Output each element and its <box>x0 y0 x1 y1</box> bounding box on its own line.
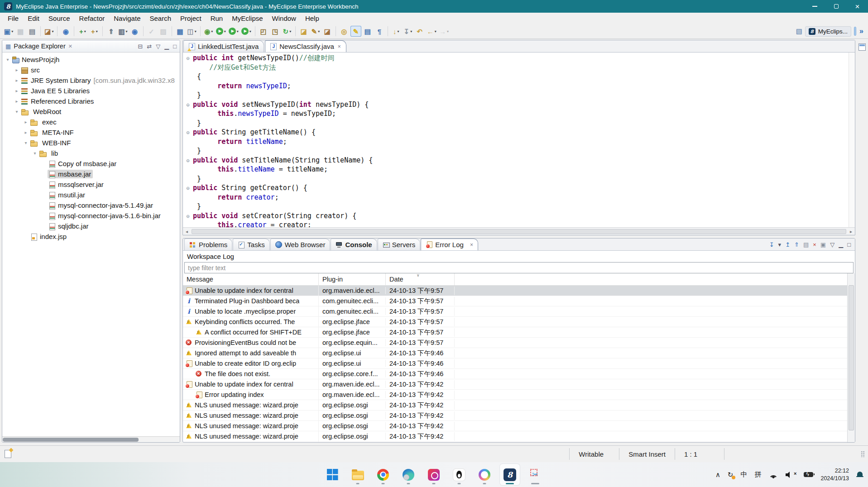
perspective-bar-handle[interactable] <box>854 27 856 36</box>
maximize-icon[interactable]: □ <box>173 43 177 50</box>
fold-marker-icon[interactable]: ⊖ <box>183 184 193 193</box>
mark-occurrences-button[interactable]: ✎ <box>350 26 361 37</box>
tree-expander-icon[interactable]: ▸ <box>13 78 20 83</box>
log-filter-input[interactable] <box>185 264 853 272</box>
panel-tab-tasks[interactable]: Tasks <box>233 239 269 250</box>
new-java-class-button[interactable]: +▾ <box>77 26 88 37</box>
tree-item[interactable]: ▸Java EE 5 Libraries <box>2 86 180 96</box>
minimize-button[interactable] <box>804 0 825 13</box>
error-log-row[interactable]: NLS unused message: wizard.projeorg.ecli… <box>183 411 847 421</box>
menu-project[interactable]: Project <box>176 13 206 24</box>
taskbar-snipping-tool-button[interactable]: ✂ <box>525 464 545 485</box>
format-brush-button[interactable]: ✎▾ <box>310 26 321 37</box>
tray-clock[interactable]: 22:12 2024/10/13 <box>820 467 849 482</box>
search-button[interactable]: ◎ <box>339 26 350 37</box>
open-perspective-icon[interactable]: ▧ <box>796 27 802 35</box>
tree-item[interactable]: ▸exec <box>2 117 180 127</box>
tree-item[interactable]: ▸JRE System Library[com.sun.java.jdk.win… <box>2 75 180 86</box>
tree-item[interactable]: mysql-connector-java-5.1.49.jar <box>2 200 180 210</box>
minimize-icon[interactable]: ▁ <box>164 43 169 50</box>
taskbar-qq-button[interactable] <box>449 464 469 485</box>
battery-icon[interactable]: ϟ <box>804 472 813 477</box>
view-menu-icon[interactable]: ▽ <box>830 241 834 248</box>
tree-item[interactable]: ▸META-INF <box>2 127 180 138</box>
volume-muted-icon[interactable]: × <box>786 471 796 478</box>
import-log-icon[interactable]: ⇑ <box>794 241 799 248</box>
menu-source[interactable]: Source <box>44 13 75 24</box>
code-lines[interactable]: ⊖public int getNewsTypeID()//创建时间 //对应Ge… <box>183 53 849 227</box>
error-log-row[interactable]: ProvisioningEventBus could not beorg.ecl… <box>183 338 847 348</box>
tab-close-icon[interactable]: × <box>338 43 341 50</box>
ime-language-button[interactable]: 中 <box>740 470 747 479</box>
minimize-icon[interactable]: ▁ <box>839 241 843 248</box>
tree-item[interactable]: ▾WebRoot <box>2 106 180 117</box>
fold-marker-icon[interactable]: ⊖ <box>183 156 193 166</box>
menu-edit[interactable]: Edit <box>23 13 44 24</box>
package-explorer-title[interactable]: Package Explorer <box>14 43 65 50</box>
tree-expander-icon[interactable]: ▾ <box>31 151 38 156</box>
panel-tab-console[interactable]: Console <box>331 239 377 250</box>
tree-item[interactable]: Copy of msbase.jar <box>2 158 180 169</box>
view-menu-icon[interactable]: ▽ <box>156 43 160 50</box>
menu-help[interactable]: Help <box>301 13 324 24</box>
restore-view-icon[interactable] <box>858 43 866 51</box>
external-tools-button[interactable]: ▶▾ <box>240 26 252 37</box>
menu-navigate[interactable]: Navigate <box>109 13 145 24</box>
new-java-package-button[interactable]: +▾ <box>89 26 100 37</box>
run-history-button[interactable]: ▶▾ <box>228 26 240 37</box>
tree-expander-icon[interactable]: ▾ <box>13 109 20 114</box>
tree-item[interactable]: msbase.jar <box>2 169 180 179</box>
error-log-row[interactable]: Keybinding conflicts occurred. Theorg.ec… <box>183 317 847 327</box>
prev-annotation-button[interactable]: ↧▾ <box>403 26 413 37</box>
tree-item[interactable]: sqljdbc.jar <box>2 221 180 231</box>
link-with-editor-icon[interactable]: ⇄ <box>147 43 152 50</box>
new-web-project-button[interactable]: ◪▾ <box>43 26 54 37</box>
table-vscroll-thumb[interactable] <box>849 285 854 430</box>
panel-tab-servers[interactable]: Servers <box>378 239 421 250</box>
menu-file[interactable]: File <box>3 13 23 24</box>
tray-chevron-icon[interactable]: ∧ <box>715 471 720 479</box>
tree-item[interactable]: ▸src <box>2 65 180 75</box>
error-log-row[interactable]: NLS unused message: wizard.projeorg.ecli… <box>183 421 847 431</box>
show-source-structure-button[interactable]: ▤ <box>362 26 373 37</box>
col-plugin[interactable]: Plug-in <box>319 273 386 285</box>
refresh-workspace-button[interactable]: ↻▾ <box>282 26 293 37</box>
ime-mode-button[interactable]: 拼 <box>754 470 761 479</box>
maximize-button[interactable] <box>825 0 847 13</box>
error-log-row[interactable]: Unable to update index for centralorg.ma… <box>183 379 847 390</box>
tray-sync-icon[interactable]: ↻ <box>728 471 734 479</box>
export-log-selection-icon[interactable]: ↧ <box>769 241 774 248</box>
taskbar-colorful-app-button[interactable] <box>475 464 494 485</box>
fold-marker-icon[interactable]: ⊖ <box>183 128 193 138</box>
wifi-icon[interactable] <box>768 471 778 478</box>
taskbar-red-app-button[interactable] <box>424 464 444 485</box>
editor-hscroll-thumb[interactable] <box>192 229 846 234</box>
error-log-row[interactable]: NLS unused message: wizard.projeorg.ecli… <box>183 442 847 442</box>
tree-expander-icon[interactable]: ▾ <box>22 140 29 145</box>
panel-tab-problems[interactable]: Problems <box>184 239 232 250</box>
run-button[interactable]: ▶▾ <box>215 26 227 37</box>
create-jar-button[interactable]: ◰ <box>258 26 269 37</box>
error-log-row[interactable]: iUnable to locate .myeclipse.propercom.g… <box>183 306 847 317</box>
error-log-row[interactable]: NLS unused message: wizard.projeorg.ecli… <box>183 431 847 442</box>
delete-log-icon[interactable]: × <box>813 241 816 248</box>
open-folder-button[interactable]: ◪ <box>322 26 333 37</box>
last-edit-location-button[interactable]: ↶ <box>414 26 425 37</box>
tree-item[interactable]: index.jsp <box>2 231 180 242</box>
fast-view-icon[interactable] <box>5 450 11 458</box>
error-log-row[interactable]: NLS unused message: wizard.projeorg.ecli… <box>183 400 847 411</box>
menu-myeclipse[interactable]: MyEclipse <box>227 13 267 24</box>
clear-log-icon[interactable]: ▤ <box>803 241 809 248</box>
panel-tab-error-log[interactable]: Error Log× <box>421 239 478 250</box>
close-button[interactable]: × <box>847 0 868 13</box>
tree-item[interactable]: mysql-connector-java-5.1.6-bin.jar <box>2 210 180 221</box>
code-area[interactable]: ⊖public int getNewsTypeID()//创建时间 //对应Ge… <box>183 53 855 227</box>
maximize-icon[interactable]: □ <box>847 241 851 248</box>
error-log-row[interactable]: Unable to create editor ID org.ecliporg.… <box>183 358 847 369</box>
fold-marker-icon[interactable]: ⊖ <box>183 100 193 110</box>
open-resource-button[interactable]: ◪ <box>298 26 309 37</box>
collapse-all-icon[interactable]: ⊟ <box>138 43 143 50</box>
notification-bell-icon[interactable] <box>856 471 863 478</box>
col-message[interactable]: Message <box>183 273 319 285</box>
create-package-button[interactable]: ◳ <box>270 26 281 37</box>
